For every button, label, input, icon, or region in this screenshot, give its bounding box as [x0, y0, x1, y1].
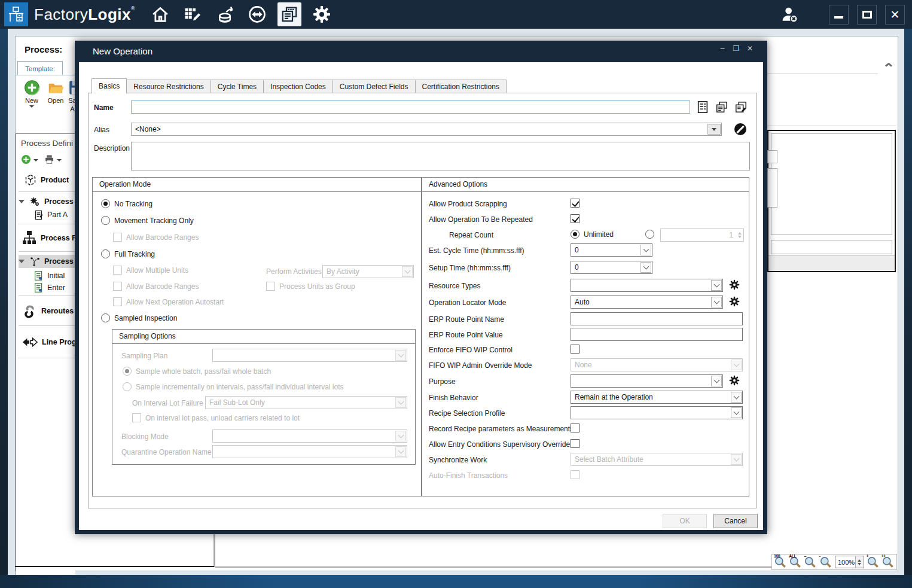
copy-operation-edit-icon[interactable]: [734, 100, 748, 114]
copy-operation-icon[interactable]: [715, 100, 728, 114]
process-units-as-group-checkbox[interactable]: Process Units as Group: [266, 282, 355, 291]
repeat-count-radio[interactable]: [645, 230, 654, 239]
name-input[interactable]: [131, 100, 690, 114]
tab-template[interactable]: Template:: [17, 61, 63, 75]
home-nav-button[interactable]: [148, 2, 172, 26]
allow-multiple-units-checkbox[interactable]: Allow Multiple Units: [113, 266, 188, 275]
movement-tracking-radio[interactable]: Movement Tracking Only: [101, 216, 194, 225]
alias-clear-icon[interactable]: [734, 123, 746, 135]
repeat-count-spinner[interactable]: 1: [660, 229, 744, 242]
tree-item-reroutes[interactable]: Reroutes: [22, 300, 74, 322]
description-input[interactable]: [131, 142, 750, 170]
activity-template-icon[interactable]: [696, 100, 709, 114]
tree-item-line-prog[interactable]: Line Prog: [22, 331, 75, 353]
zoom-out-double-button[interactable]: --: [803, 555, 818, 569]
operation-locator-settings-gear-icon[interactable]: [728, 295, 740, 307]
settings-nav-button[interactable]: [310, 2, 334, 26]
fifo-admin-value: None: [571, 359, 730, 371]
est-cycle-time-combo[interactable]: 0: [571, 243, 652, 257]
zoom-in-double-button[interactable]: ++: [881, 555, 895, 569]
tab-inspection-codes[interactable]: Inspection Codes: [264, 80, 333, 94]
collapse-chevron-icon[interactable]: [885, 61, 892, 68]
tab-cycle-times[interactable]: Cycle Times: [211, 80, 264, 94]
unlimited-radio[interactable]: Unlimited: [571, 230, 614, 239]
recipe-profile-combo[interactable]: [571, 406, 743, 419]
expander-icon[interactable]: [19, 200, 25, 203]
app-minimize-button[interactable]: [829, 5, 849, 25]
on-interval-lot-failure-combo[interactable]: Fail Sub-Lot Only: [205, 396, 407, 409]
tab-certification-restrictions[interactable]: Certification Restrictions: [416, 80, 507, 94]
quarantine-operation-name-combo[interactable]: [212, 445, 407, 458]
new-button[interactable]: New: [20, 80, 43, 108]
finish-behavior-combo[interactable]: Remain at the Operation: [571, 391, 743, 404]
operation-locator-mode-combo[interactable]: Auto: [571, 295, 723, 309]
tree-item-process-flow[interactable]: Process F: [22, 227, 75, 249]
incremental-radio[interactable]: Sample incrementally on intervals, pass/…: [123, 382, 344, 391]
auto-finish-checkbox[interactable]: [571, 470, 579, 479]
dialog-minimize-button[interactable]: –: [718, 44, 727, 53]
perform-activities-combo[interactable]: By Activity: [322, 265, 414, 278]
allow-operation-repeated-checkbox[interactable]: [571, 214, 579, 223]
zoom-100-button[interactable]: 100: [773, 555, 788, 569]
erp-route-point-name-input[interactable]: [571, 312, 743, 325]
sampled-inspection-radio[interactable]: Sampled Inspection: [101, 313, 177, 322]
allow-barcode-ranges-2-checkbox[interactable]: Allow Barcode Ranges: [113, 282, 199, 291]
fifo-admin-combo[interactable]: None: [571, 358, 743, 371]
print-icon[interactable]: [44, 154, 54, 164]
tree-item-enter[interactable]: Enter: [34, 281, 65, 294]
tree-item-initial[interactable]: Initial: [34, 269, 65, 282]
resource-types-settings-gear-icon[interactable]: [728, 279, 740, 291]
full-tracking-radio[interactable]: Full Tracking: [101, 249, 155, 258]
cancel-button[interactable]: Cancel: [713, 514, 758, 528]
dialog-maximize-button[interactable]: ❐: [732, 44, 740, 53]
tree-item-process-selected[interactable]: Process: [19, 255, 75, 268]
zoom-spin-buttons[interactable]: [855, 556, 864, 568]
purpose-settings-gear-icon[interactable]: [728, 374, 740, 386]
add-item-icon[interactable]: [21, 154, 31, 164]
tab-custom-defect-fields[interactable]: Custom Defect Fields: [333, 80, 416, 94]
user-logout-icon[interactable]: [780, 5, 799, 24]
pane-divider[interactable]: [213, 534, 215, 567]
synchronize-work-value: Select Batch Attribute: [571, 453, 730, 465]
print-caret[interactable]: [57, 159, 62, 162]
no-tracking-radio[interactable]: No Tracking: [101, 199, 152, 208]
blocking-mode-combo[interactable]: [212, 429, 407, 443]
whole-batch-radio[interactable]: Sample whole batch, pass/fail whole batc…: [123, 367, 271, 376]
documents-nav-button[interactable]: [277, 2, 301, 26]
allow-product-scrapping-checkbox[interactable]: [571, 199, 579, 208]
ok-button[interactable]: OK: [663, 514, 707, 528]
zoom-out-button[interactable]: -: [819, 555, 833, 569]
database-nav-button[interactable]: [213, 2, 237, 26]
open-button[interactable]: Open: [44, 80, 67, 104]
purpose-combo[interactable]: [571, 374, 723, 388]
expander-icon[interactable]: [19, 260, 25, 263]
sync-nav-button[interactable]: [245, 2, 269, 26]
zoom-level-spinner[interactable]: 100%: [835, 556, 864, 568]
entry-override-checkbox[interactable]: [571, 439, 579, 448]
tree-item-part[interactable]: Part A: [34, 208, 68, 221]
zoom-all-button[interactable]: ALL: [788, 555, 803, 569]
allow-next-operation-autostart-checkbox[interactable]: Allow Next Operation Autostart: [113, 297, 224, 306]
enforce-fifo-checkbox[interactable]: [571, 345, 579, 354]
app-maximize-button[interactable]: [857, 5, 877, 25]
sampling-plan-combo[interactable]: [212, 349, 407, 362]
zoom-in-button[interactable]: +: [866, 555, 880, 569]
allow-barcode-ranges-checkbox[interactable]: Allow Barcode Ranges: [113, 233, 199, 242]
add-item-caret[interactable]: [33, 159, 38, 162]
resource-types-combo[interactable]: [571, 279, 723, 292]
unload-carriers-checkbox[interactable]: On interval lot pass, unload carriers re…: [132, 413, 300, 422]
radio-icon: [101, 216, 110, 225]
setup-time-combo[interactable]: 0: [571, 261, 652, 274]
tree-item-process[interactable]: Process: [19, 195, 74, 208]
dialog-close-button[interactable]: ✕: [746, 44, 754, 53]
record-recipe-checkbox[interactable]: [571, 424, 579, 432]
erp-route-point-value-input[interactable]: [571, 328, 743, 341]
tree-label: Part A: [47, 211, 68, 219]
app-close-button[interactable]: ✕: [885, 5, 905, 25]
worksheet-nav-button[interactable]: [181, 2, 205, 26]
alias-combo[interactable]: <None>: [131, 123, 722, 136]
tree-item-product[interactable]: Product: [25, 173, 69, 187]
synchronize-work-combo[interactable]: Select Batch Attribute: [571, 453, 743, 466]
tab-basics[interactable]: Basics: [91, 78, 127, 94]
tab-resource-restrictions[interactable]: Resource Restrictions: [127, 80, 211, 94]
